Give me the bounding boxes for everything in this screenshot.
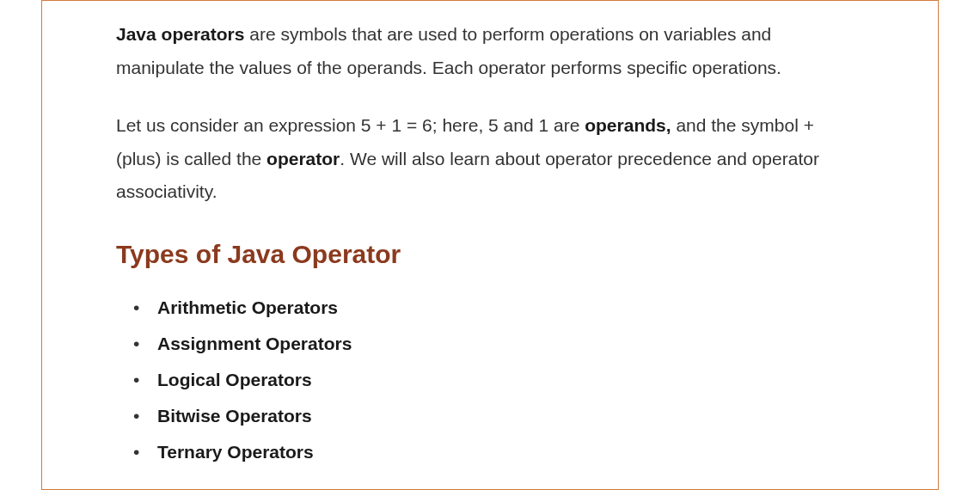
list-item: Assignment Operators <box>157 326 864 362</box>
list-item: Arithmetic Operators <box>157 290 864 326</box>
list-item: Logical Operators <box>157 362 864 398</box>
intro-paragraph-1: Java operators are symbols that are used… <box>116 18 864 85</box>
paragraph-2-part-1: Let us consider an expression 5 + 1 = 6;… <box>116 115 585 135</box>
bold-term-java-operators: Java operators <box>116 24 244 44</box>
bold-term-operands: operands, <box>585 115 671 135</box>
intro-paragraph-2: Let us consider an expression 5 + 1 = 6;… <box>116 109 864 210</box>
list-item: Bitwise Operators <box>157 398 864 434</box>
operator-types-list: Arithmetic Operators Assignment Operator… <box>116 290 864 470</box>
list-item: Ternary Operators <box>157 434 864 470</box>
document-page: Java operators are symbols that are used… <box>41 0 939 490</box>
bold-term-operator: operator <box>266 149 340 168</box>
section-heading: Types of Java Operator <box>116 240 864 269</box>
